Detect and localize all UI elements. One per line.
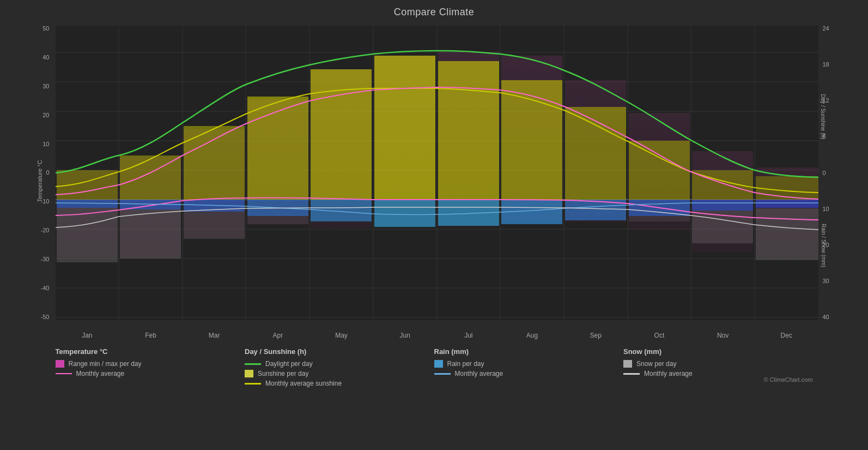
legend-rain: Rain (mm) Rain per day Monthly average bbox=[434, 347, 624, 387]
legend-sunshine: Day / Sunshine (h) Daylight per day Suns… bbox=[245, 347, 434, 387]
month-may: May bbox=[309, 332, 373, 339]
legend-snow-avg-label: Monthly average bbox=[644, 370, 693, 377]
legend-sunshine-avg: Monthly average sunshine bbox=[245, 380, 434, 387]
legend-rain-avg: Monthly average bbox=[434, 370, 624, 377]
legend-temp-range: Range min / max per day bbox=[56, 360, 245, 368]
legend-temp-range-label: Range min / max per day bbox=[69, 360, 142, 368]
svg-rect-59 bbox=[120, 209, 181, 259]
svg-rect-41 bbox=[501, 80, 562, 200]
legend-sunshine-bar-label: Sunshine per day bbox=[258, 370, 308, 377]
svg-rect-64 bbox=[756, 208, 818, 260]
legend-snow-title: Snow (mm) bbox=[623, 347, 813, 356]
month-dec: Dec bbox=[755, 332, 818, 339]
svg-rect-39 bbox=[374, 56, 435, 200]
x-axis-months: Jan Feb Mar Apr May Jun Jul Aug Sep Oct … bbox=[56, 332, 818, 339]
svg-rect-57 bbox=[756, 200, 818, 208]
legend-snow-bar-icon bbox=[623, 360, 632, 368]
legend-temp-avg-label: Monthly average bbox=[76, 370, 125, 377]
legend-temperature-title: Temperature °C bbox=[56, 347, 245, 356]
legend-temp-range-bar bbox=[56, 360, 64, 368]
month-jul: Jul bbox=[437, 332, 501, 339]
legend-temp-avg-line bbox=[56, 373, 72, 374]
svg-rect-37 bbox=[247, 97, 308, 200]
legend-rain-bar: Rain per day bbox=[434, 360, 624, 368]
legend-area: Temperature °C Range min / max per day M… bbox=[17, 342, 851, 393]
y-axis-right: 24 18 12 6 0 10 20 30 40 bbox=[820, 26, 851, 320]
legend-daylight: Daylight per day bbox=[245, 360, 434, 368]
legend-daylight-label: Daylight per day bbox=[265, 360, 313, 368]
month-jan: Jan bbox=[56, 332, 119, 339]
svg-rect-51 bbox=[374, 200, 435, 227]
legend-temperature: Temperature °C Range min / max per day M… bbox=[56, 347, 245, 387]
month-nov: Nov bbox=[691, 332, 755, 339]
chart-svg bbox=[56, 26, 818, 320]
legend-rain-avg-label: Monthly average bbox=[455, 370, 503, 377]
month-jun: Jun bbox=[373, 332, 437, 339]
legend-rain-title: Rain (mm) bbox=[434, 347, 624, 356]
svg-rect-45 bbox=[756, 176, 818, 200]
page-wrapper: Compare Climate Temperature °C Day / Sun… bbox=[0, 0, 868, 450]
legend-rain-avg-line bbox=[434, 373, 451, 375]
legend-sunshine-avg-line bbox=[245, 383, 261, 385]
month-apr: Apr bbox=[246, 332, 310, 339]
legend-sunshine-avg-label: Monthly average sunshine bbox=[265, 380, 342, 387]
svg-rect-58 bbox=[57, 208, 118, 262]
month-oct: Oct bbox=[628, 332, 691, 339]
svg-rect-40 bbox=[438, 61, 499, 200]
svg-rect-56 bbox=[692, 200, 753, 211]
svg-rect-36 bbox=[184, 126, 245, 200]
legend-snow-bar: Snow per day bbox=[623, 360, 813, 368]
legend-snow-avg-line bbox=[623, 373, 640, 375]
chart-title: Compare Climate bbox=[394, 7, 475, 18]
legend-temp-avg: Monthly average bbox=[56, 370, 245, 377]
svg-rect-62 bbox=[629, 216, 690, 221]
svg-rect-43 bbox=[629, 141, 690, 200]
legend-daylight-line bbox=[245, 363, 261, 365]
chart-container bbox=[56, 26, 818, 320]
month-sep: Sep bbox=[564, 332, 628, 339]
month-feb: Feb bbox=[119, 332, 183, 339]
month-mar: Mar bbox=[183, 332, 246, 339]
svg-rect-61 bbox=[247, 216, 308, 224]
copyright: © ClimeChart.com bbox=[763, 376, 812, 383]
legend-snow-per-day-label: Snow per day bbox=[636, 360, 676, 368]
svg-rect-35 bbox=[120, 155, 181, 200]
chart-area: Temperature °C Day / Sunshine (h) Rain /… bbox=[17, 20, 851, 342]
svg-rect-60 bbox=[184, 212, 245, 239]
legend-rain-bar-label: Rain per day bbox=[447, 360, 484, 368]
y-axis-left: 50 40 30 20 10 0 -10 -20 -30 -40 -50 bbox=[17, 26, 53, 320]
legend-rain-bar-icon bbox=[434, 360, 443, 368]
legend-sunshine-bar-icon bbox=[245, 370, 253, 377]
legend-sunshine-title: Day / Sunshine (h) bbox=[245, 347, 434, 356]
legend-sunshine-bar: Sunshine per day bbox=[245, 370, 434, 377]
month-aug: Aug bbox=[500, 332, 564, 339]
